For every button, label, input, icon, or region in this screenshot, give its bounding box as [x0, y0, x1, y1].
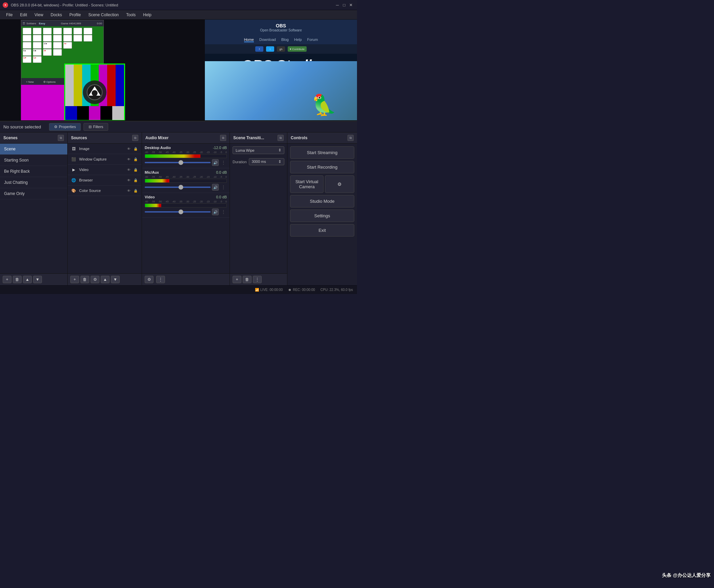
source-lock-button[interactable]: 🔒 — [133, 167, 138, 172]
sol-card — [53, 42, 62, 49]
scene-item[interactable]: Game Only — [0, 188, 67, 200]
social-gh[interactable]: gh — [277, 46, 285, 52]
obs-nav-help[interactable]: Help — [294, 38, 302, 42]
source-lock-button[interactable]: 🔒 — [133, 188, 138, 193]
audio-channel-header: Mic/Aux 0.0 dB — [145, 170, 227, 174]
source-lock-button[interactable]: 🔒 — [133, 177, 138, 183]
meter-label: -40 — [172, 176, 176, 178]
filters-button[interactable]: ⊟ Filters — [83, 123, 108, 131]
transition-remove-button[interactable]: 🗑 — [243, 276, 251, 283]
source-visibility-button[interactable]: 👁 — [126, 177, 131, 183]
source-visibility-button[interactable]: 👁 — [126, 156, 131, 162]
audio-channels: Desktop Audio -12.0 dB -60-55-50-45-40-3… — [142, 144, 229, 273]
obs-nav-home[interactable]: Home — [244, 38, 254, 42]
transitions-footer: + 🗑 ⋮ — [230, 273, 287, 285]
color-icon: 🎨 — [71, 188, 76, 193]
social-tw[interactable]: t — [266, 46, 274, 52]
source-item[interactable]: 🎨Color Source👁🔒 — [68, 186, 142, 196]
duration-value-input[interactable]: 3000 ms ⇕ — [249, 158, 284, 165]
controls-panel-menu-icon[interactable]: ⧉ — [348, 135, 354, 141]
meter-label: -55 — [151, 176, 155, 178]
audio-footer: ⚙ ⋮ — [142, 273, 229, 285]
studio-mode-button[interactable]: Studio Mode — [290, 195, 354, 208]
audio-channel-header: Desktop Audio -12.0 dB — [145, 146, 227, 150]
audio-channel-menu-button[interactable]: ⋮ — [220, 209, 227, 215]
transitions-panel-menu-icon[interactable]: ⧉ — [278, 135, 284, 141]
obs-nav-forum[interactable]: Forum — [307, 38, 318, 42]
source-up-button[interactable]: ▲ — [101, 276, 109, 283]
meter-label: -40 — [172, 201, 176, 203]
start-virtual-camera-button[interactable]: Start Virtual Camera — [290, 175, 324, 193]
source-settings-button[interactable]: ⚙ — [90, 276, 99, 283]
menu-item-tools[interactable]: Tools — [123, 11, 139, 19]
source-visibility-button[interactable]: 👁 — [126, 188, 131, 193]
source-visibility-button[interactable]: 👁 — [126, 146, 131, 151]
audio-volume-slider[interactable] — [145, 211, 211, 213]
start-recording-button[interactable]: Start Recording — [290, 161, 354, 173]
exit-button[interactable]: Exit — [290, 224, 354, 236]
source-add-button[interactable]: + — [70, 276, 79, 283]
audio-slider-thumb[interactable] — [179, 160, 183, 165]
start-streaming-button[interactable]: Start Streaming — [290, 146, 354, 159]
scenes-panel-menu-icon[interactable]: ⧉ — [58, 135, 64, 141]
controls-list: Start Streaming Start Recording Start Vi… — [287, 144, 357, 239]
source-down-button[interactable]: ▼ — [111, 276, 120, 283]
menu-item-scene-collection[interactable]: Scene Collection — [85, 11, 122, 19]
source-remove-button[interactable]: 🗑 — [80, 276, 89, 283]
audio-menu-button[interactable]: ⋮ — [156, 276, 165, 283]
menu-item-profile[interactable]: Profile — [66, 11, 84, 19]
source-item[interactable]: ▶Video👁🔒 — [68, 165, 142, 175]
audio-mute-button[interactable]: 🔊 — [212, 159, 219, 166]
audio-volume-slider[interactable] — [145, 187, 211, 188]
maximize-button[interactable]: □ — [341, 2, 348, 8]
audio-settings-button[interactable]: ⚙ — [145, 276, 154, 283]
scene-item[interactable]: Be Right Back — [0, 166, 67, 177]
menu-item-file[interactable]: File — [3, 11, 16, 19]
source-lock-button[interactable]: 🔒 — [133, 146, 138, 151]
source-item[interactable]: ⬛Window Capture👁🔒 — [68, 154, 142, 165]
source-lock-button[interactable]: 🔒 — [133, 156, 138, 162]
audio-mute-button[interactable]: 🔊 — [212, 184, 219, 191]
audio-slider-thumb[interactable] — [179, 210, 183, 214]
transition-select[interactable]: Luma Wipe ⇕ — [232, 146, 284, 154]
menu-item-view[interactable]: View — [31, 11, 47, 19]
source-item[interactable]: 🖼Image👁🔒 — [68, 144, 142, 154]
virtual-camera-settings-button[interactable]: ⚙ — [325, 175, 354, 193]
scene-remove-button[interactable]: 🗑 — [13, 276, 22, 283]
scene-add-button[interactable]: + — [3, 276, 12, 283]
scene-down-button[interactable]: ▼ — [33, 276, 42, 283]
menu-item-edit[interactable]: Edit — [17, 11, 30, 19]
audio-mute-button[interactable]: 🔊 — [212, 209, 219, 215]
controls-panel: Controls ⧉ Start Streaming Start Recordi… — [287, 132, 357, 285]
source-item[interactable]: 🌐Browser👁🔒 — [68, 175, 142, 186]
meter-label: 0 — [225, 201, 227, 203]
obs-nav-blog[interactable]: Blog — [281, 38, 289, 42]
scene-item[interactable]: Starting Soon — [0, 155, 67, 166]
sol-options[interactable]: ⚙ Options — [43, 80, 56, 83]
menu-item-help[interactable]: Help — [140, 11, 155, 19]
transition-menu-button[interactable]: ⋮ — [253, 276, 262, 283]
properties-button[interactable]: ⚙ Properties — [49, 123, 81, 131]
minimize-button[interactable]: ─ — [334, 2, 341, 8]
social-contribute[interactable]: ♥ Contribute — [288, 46, 307, 52]
audio-channel-menu-button[interactable]: ⋮ — [220, 184, 227, 191]
close-button[interactable]: ✕ — [348, 2, 354, 8]
audio-volume-slider[interactable] — [145, 162, 211, 163]
cpu-text: CPU: 22.3%, 60.0 fps — [321, 288, 353, 292]
settings-button[interactable]: Settings — [290, 210, 354, 222]
audio-panel-menu-icon[interactable]: ⧉ — [220, 135, 226, 141]
menu-item-docks[interactable]: Docks — [47, 11, 65, 19]
scene-item[interactable]: Just Chatting — [0, 177, 67, 188]
audio-channel-menu-button[interactable]: ⋮ — [220, 159, 227, 166]
sources-panel-menu-icon[interactable]: ⧉ — [132, 135, 138, 141]
sol-new[interactable]: + New — [26, 80, 34, 83]
audio-slider-thumb[interactable] — [179, 185, 183, 190]
obs-nav-download[interactable]: Download — [259, 38, 276, 42]
social-fb[interactable]: f — [255, 46, 263, 52]
source-visibility-button[interactable]: 👁 — [126, 167, 131, 172]
transition-add-button[interactable]: + — [232, 276, 241, 283]
obs-logo-overlay — [83, 80, 106, 104]
no-source-text: No source selected — [3, 124, 41, 129]
scene-item[interactable]: Scene — [0, 144, 67, 155]
scene-up-button[interactable]: ▲ — [23, 276, 32, 283]
